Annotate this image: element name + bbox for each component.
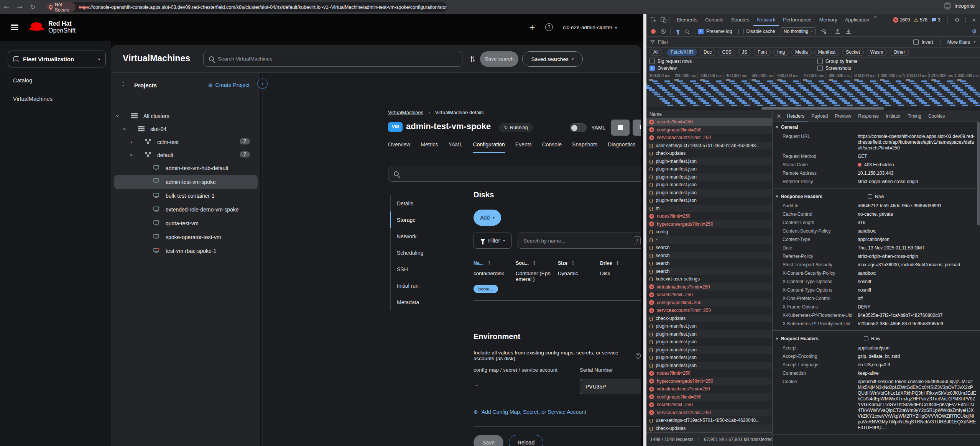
request-row[interactable]: { }plugin-manifest.json: [646, 362, 772, 370]
request-row[interactable]: { }~: [646, 236, 772, 244]
close-devtools-icon[interactable]: ×: [972, 17, 976, 23]
devtools-tab-sources[interactable]: Sources: [727, 14, 753, 26]
request-row[interactable]: { }plugin-manifest.json: [646, 346, 772, 354]
settings-gear-icon[interactable]: ⚙: [955, 17, 960, 23]
request-row[interactable]: ×secrets?limit=250: [646, 118, 772, 126]
tab-metrics[interactable]: Metrics: [421, 141, 438, 153]
network-conditions-icon[interactable]: [820, 29, 827, 34]
column-header-Size[interactable]: Size↕: [558, 260, 575, 266]
chip-doc[interactable]: Doc: [700, 49, 715, 56]
add-configmap-link[interactable]: ⊕ Add Config Map, Secret, or Service Acc…: [474, 409, 586, 415]
tree-item-test-vm-rbac-spoke-1[interactable]: test-vm-rbac-spoke-1: [114, 245, 258, 257]
config-subnav-network[interactable]: Network: [397, 228, 416, 244]
column-header-Sou[interactable]: Sou...↕: [516, 260, 536, 266]
request-row[interactable]: { }plugin-manifest.json: [646, 354, 772, 362]
request-row[interactable]: ×virtualmachines?limit=250: [646, 385, 772, 393]
perspective-switcher[interactable]: Fleet Virtualization ▾: [8, 51, 106, 67]
request-row[interactable]: { }plugin-manifest.json: [646, 338, 772, 346]
reload-icon[interactable]: ↻: [26, 3, 39, 11]
overview-checkbox[interactable]: [649, 66, 655, 71]
request-row[interactable]: ×configmaps?limit=250: [646, 393, 772, 401]
request-row[interactable]: { }plugin-manifest.json: [646, 181, 772, 189]
request-row[interactable]: ×secrets?limit=250: [646, 291, 772, 299]
inspector-scrollbar[interactable]: [977, 122, 980, 225]
restart-vm-button[interactable]: ↻: [633, 120, 641, 136]
filter-input[interactable]: Filter: [650, 39, 896, 45]
raw-checkbox[interactable]: [864, 336, 868, 341]
tree-item-admin-test-vm-hub-default[interactable]: admin-test-vm-hub-default: [114, 162, 258, 174]
config-subnav-details[interactable]: Details: [397, 195, 413, 212]
chevron-down-icon[interactable]: ›: [122, 128, 128, 130]
sidebar-item-virtualmachines[interactable]: VirtualMachines: [13, 96, 53, 102]
big-request-rows-checkbox[interactable]: [649, 59, 655, 64]
chip-media[interactable]: Media: [791, 49, 812, 56]
inspector-tab-preview[interactable]: Preview: [831, 111, 855, 121]
create-project-button[interactable]: ⊕Create Project: [208, 82, 250, 88]
network-settings-gear-icon[interactable]: ⚙: [972, 28, 977, 35]
requests-name-column-header[interactable]: Name: [646, 111, 772, 118]
request-row[interactable]: ×configmaps?limit=250: [646, 126, 772, 134]
chip-socket[interactable]: Socket: [842, 49, 864, 56]
not-secure-badge[interactable]: × Not Secure: [46, 2, 76, 12]
chevron-right-icon[interactable]: ›: [130, 139, 133, 145]
close-inspector-icon[interactable]: ×: [776, 113, 781, 120]
serial-number-input[interactable]: PVU35P: [580, 379, 641, 394]
devtools-kebab-icon[interactable]: ⋮: [963, 17, 968, 23]
clear-network-icon[interactable]: [661, 29, 666, 34]
chip-wasm[interactable]: Wasm: [867, 49, 887, 56]
request-row[interactable]: ×nodes?limit=250: [646, 212, 772, 220]
devtools-resize-handle[interactable]: [643, 14, 646, 446]
tab-console[interactable]: Console: [542, 141, 562, 153]
tree-item-default[interactable]: ›default7: [114, 149, 258, 161]
request-row[interactable]: { }search: [646, 252, 772, 260]
yaml-sidebar-toggle[interactable]: [570, 123, 587, 132]
tab-snapshots[interactable]: Snapshots: [572, 141, 597, 153]
request-row[interactable]: { }search: [646, 259, 772, 267]
chip-font[interactable]: Font: [754, 49, 771, 56]
config-subnav-scheduling[interactable]: Scheduling: [397, 244, 423, 261]
console-warnings-icon[interactable]: ⚠: [914, 17, 918, 23]
devtools-tab-console[interactable]: Console: [701, 14, 727, 26]
nav-toggle-icon[interactable]: [11, 25, 18, 30]
request-row[interactable]: { }search: [646, 244, 772, 252]
tree-item-slot-04[interactable]: ›slot-04: [114, 123, 258, 135]
search-virtualmachines-input[interactable]: Search VirtualMachines: [203, 51, 462, 67]
request-row[interactable]: { }m: [646, 205, 772, 213]
overview-waterfall[interactable]: [646, 79, 980, 107]
console-errors-icon[interactable]: ×: [893, 17, 898, 23]
screenshots-checkbox[interactable]: [817, 66, 823, 71]
request-row[interactable]: ×hyperconvergeds?limit=250: [646, 377, 772, 385]
section-header-response-headers[interactable]: ▼Response HeadersRaw: [773, 191, 980, 202]
inspector-tab-cookies[interactable]: Cookies: [925, 111, 948, 121]
back-icon[interactable]: ←: [0, 3, 13, 11]
tree-item-bulk-test-container-1[interactable]: bulk-test-container-1: [114, 190, 258, 202]
export-har-icon[interactable]: [846, 28, 851, 34]
save-button[interactable]: Save: [474, 435, 503, 446]
tree-item-quota-test-vm[interactable]: quota-test-vm: [114, 217, 258, 230]
request-row[interactable]: { }plugin-manifest.json: [646, 189, 772, 197]
sidebar-item-catalog[interactable]: Catalog: [13, 77, 32, 84]
request-row[interactable]: { }check-updates: [646, 425, 772, 433]
config-subnav-storage[interactable]: Storage: [397, 212, 416, 228]
request-row[interactable]: { }user-settings-cf719acf-5701-4850-b1ab…: [646, 416, 772, 425]
request-row[interactable]: { }plugin-manifest.json: [646, 173, 772, 181]
disable-cache-checkbox[interactable]: [738, 29, 743, 34]
more-tabs-icon[interactable]: »: [874, 14, 876, 26]
tab-diagnostics[interactable]: Diagnostics: [608, 141, 635, 153]
devtools-tab-elements[interactable]: Elements: [673, 14, 701, 26]
throttling-select[interactable]: No throttling▾: [781, 27, 816, 35]
request-row[interactable]: ×hyperconvergeds?limit=250: [646, 220, 772, 228]
request-row[interactable]: { }plugin-manifest.json: [646, 322, 772, 330]
chevron-down-icon[interactable]: ›: [128, 154, 135, 156]
tree-item-All clusters[interactable]: ›All clusters: [114, 110, 258, 122]
section-header-request-headers[interactable]: ▼Request HeadersRaw: [773, 333, 980, 344]
record-network-icon[interactable]: [651, 29, 656, 34]
import-har-icon[interactable]: [835, 28, 840, 34]
chevron-down-icon[interactable]: ›: [115, 115, 121, 117]
help-icon[interactable]: ?: [636, 353, 641, 359]
network-filter-icon[interactable]: [676, 30, 680, 33]
request-row[interactable]: ×serviceaccounts?limit=250: [646, 134, 772, 142]
section-header-general[interactable]: ▼General: [773, 121, 980, 132]
tree-item-spoke-operator-test-vm[interactable]: spoke-operator-test-vm: [114, 231, 258, 243]
request-row[interactable]: ×serviceaccounts?limit=250: [646, 409, 772, 417]
